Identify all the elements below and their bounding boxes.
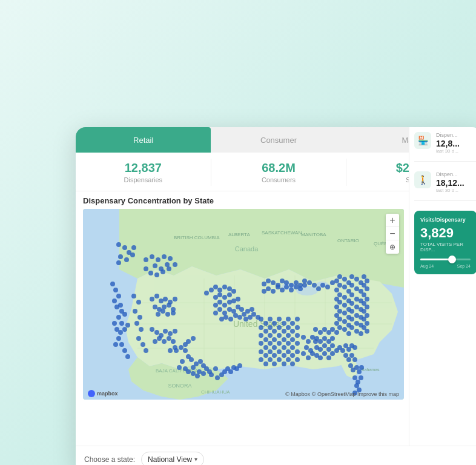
dispensary-dot [156,257,160,262]
dispensary-dot [250,307,254,312]
dispensary-dot [110,282,115,286]
map-controls: + − ⊕ [386,214,399,254]
dispensary-dot [168,256,173,261]
dispensary-dot [217,292,222,297]
dispensary-dot [171,339,176,344]
dispensary-dot [306,355,311,360]
dispensary-dot [277,333,282,338]
dispensary-dot [223,315,228,320]
dispensary-dot [239,307,244,312]
dispensary-dot [268,357,273,362]
dispensary-dot [125,354,130,359]
choose-state-label: Choose a state: [84,455,135,464]
dispensary-dot [222,295,227,300]
dispensary-dot [289,283,294,288]
dispensary-dot [163,297,168,302]
dispensary-dot [259,341,263,346]
visits-dispensary-box: Visits/Dispensary 3,829 TOTAL VISITS PER… [414,211,476,274]
dispensary-dot [186,339,191,344]
dispensary-dot [122,312,127,317]
dispensary-dot [217,288,222,292]
dispensary-dot [334,288,339,292]
map-attribution-right: © Mapbox © OpenStreetMap Improve this ma… [285,391,399,397]
slider-label-right: Sep 24 [457,264,471,268]
dispensary-dot [259,357,263,362]
zoom-in-button[interactable]: + [386,214,399,227]
visits-slider-track[interactable] [420,259,471,260]
store-icon: 🏪 [414,132,431,149]
dispensary-dot [259,333,263,338]
svg-text:Canada: Canada [235,245,259,252]
svg-text:ONTARIO: ONTARIO [337,238,359,243]
map-attribution-left: mapbox [88,390,118,397]
state-select-dropdown[interactable]: National View ▾ [141,452,204,466]
dispensary-dot [289,288,294,292]
dispensary-dot [284,285,289,289]
dispensary-dot [272,353,277,358]
visits-slider-fill [420,259,451,260]
dispensary-dot [195,374,200,378]
zoom-out-button[interactable]: − [386,227,399,240]
dispensary-dot [277,325,282,330]
dispensary-dot [174,348,179,353]
dispensary-dot [290,337,295,342]
stat-consumers-value: 68.2M [211,161,346,175]
dispensary-dot [306,339,311,344]
dispensary-dot [326,355,331,360]
stat-consumers: 68.2M Consumers [211,159,347,186]
dispensary-dot [165,312,170,317]
panel-stat-dispensaries-sub: last 30 d... [436,148,476,154]
dispensary-dot [322,351,327,356]
dispensary-dot [352,345,357,350]
locate-button[interactable]: ⊕ [386,240,399,254]
chevron-down-icon: ▾ [194,456,197,463]
svg-text:SONORA: SONORA [168,383,191,389]
dispensary-dot [259,317,263,322]
dispensary-dot [154,294,159,298]
tab-consumer[interactable]: Consumer [211,127,346,153]
dispensary-dot [228,369,233,374]
panel-stat-dispensaries: 🏪 Dispen... 12,8... last 30 d... [414,132,476,162]
map-container[interactable]: Canada United States SONORA CHIHUAHUA BA… [83,209,404,400]
dispensary-dot [163,329,168,334]
dispensary-dot [236,297,240,302]
dispensary-dot [342,285,347,289]
dispensary-dot [349,309,354,314]
dispensary-dot [342,327,347,332]
panel-stat-dispensaries-value: 12,8... [436,139,476,148]
dispensary-dot [359,331,363,336]
dispensary-dot [349,301,354,306]
dispensary-dot [282,321,286,326]
svg-text:ALBERTA: ALBERTA [228,232,250,237]
dispensary-dot [160,269,165,274]
dispensary-dot [153,263,157,268]
dispensary-dot [177,365,182,370]
dispensary-dot [286,333,291,338]
dispensary-dot [228,317,233,322]
visits-slider-thumb[interactable] [448,256,456,263]
dispensary-dot [173,262,177,267]
dispensary-dot [201,371,206,376]
dispensary-dot [144,257,148,262]
dispensary-dot [286,341,291,346]
dispensary-dot [277,357,282,362]
dispensary-dot [231,289,236,294]
tab-retail[interactable]: Retail [76,127,211,153]
dispensary-dot [310,351,315,356]
dispensary-dot [133,309,137,314]
dispensary-dot [144,266,148,271]
dispensary-dot [282,353,286,358]
state-select-value: National View [148,455,192,464]
dispensary-dot [124,257,129,262]
dispensary-dot [259,325,263,330]
dispensary-dot [125,323,130,328]
dispensary-dot [113,288,118,292]
panel-stat-dispensaries-info: Dispen... 12,8... last 30 d... [436,132,476,154]
panel-stat-dispensaries-label: Dispen... [436,132,476,139]
dispensary-dot [357,369,362,374]
panel-stat-visits: 🚶 Dispen... 18,12... last 30 d... [414,171,476,201]
svg-text:MANITOBA: MANITOBA [301,232,326,237]
dispensary-dot [189,357,194,362]
dispensary-dot [352,357,357,362]
dispensary-dot [272,361,277,366]
